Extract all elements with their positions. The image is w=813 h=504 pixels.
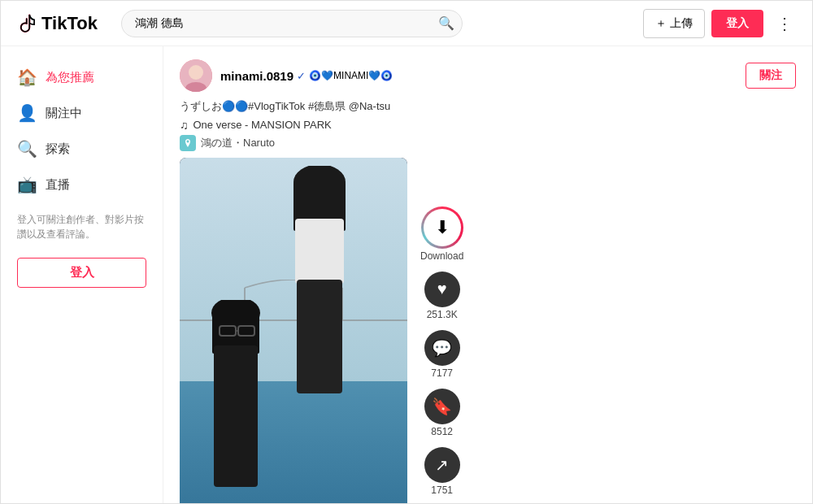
user-details: minami.0819 ✓ 🧿💙MINAMI💙🧿 (220, 69, 393, 83)
sidebar-label-explore: 探索 (46, 141, 70, 157)
location-icon (180, 135, 196, 151)
bookmark-button[interactable]: 🔖 (424, 389, 460, 424)
music-info: ♫ One verse - MANSION PARK (180, 119, 796, 132)
sidebar-label-live: 直播 (46, 177, 70, 193)
svg-point-1 (189, 65, 203, 80)
logo: TikTok (14, 12, 111, 35)
action-buttons-panel: ⬇ Download ♥ 251.3K 💬 (420, 158, 463, 504)
share-button[interactable]: ↗ (424, 447, 460, 483)
download-button[interactable]: ⬇ (421, 206, 463, 249)
plus-icon: ＋ (655, 16, 667, 31)
header: TikTok 🔍 ＋ 上傳 登入 ⋮ (1, 1, 812, 46)
like-count: 251.3K (427, 309, 458, 320)
sidebar-item-explore[interactable]: 🔍 探索 (1, 131, 163, 167)
content-area: minami.0819 ✓ 🧿💙MINAMI💙🧿 關注 うずしお🔵🔵#VlogT… (163, 46, 812, 504)
avatar (180, 59, 212, 92)
video-scene (180, 158, 407, 504)
sidebar-item-live[interactable]: 📺 直播 (1, 167, 163, 202)
like-group: ♥ 251.3K (424, 272, 460, 320)
explore-icon: 🔍 (17, 139, 37, 159)
more-options-button[interactable]: ⋮ (770, 11, 799, 37)
download-icon: ⬇ (435, 217, 450, 238)
username[interactable]: minami.0819 (220, 69, 293, 83)
share-count: 1751 (431, 484, 453, 496)
bookmark-group: 🔖 8512 (424, 389, 460, 437)
download-label: Download (420, 250, 463, 262)
svg-rect-9 (295, 219, 344, 284)
follow-button[interactable]: 關注 (746, 63, 796, 89)
following-icon: 👤 (17, 103, 37, 123)
comment-group: 💬 7177 (424, 330, 460, 379)
search-button[interactable]: 🔍 (438, 15, 454, 31)
svg-rect-10 (297, 280, 342, 393)
location-info: 鴻の道・Naruto (180, 135, 796, 151)
sidebar-label-for-you: 為您推薦 (46, 70, 94, 85)
video-section: 電腦王阿達 http://www.kocpc.com.tw ⬇ Download (180, 158, 796, 504)
like-button[interactable]: ♥ (424, 272, 460, 307)
sidebar-label-following: 關注中 (46, 106, 82, 121)
sidebar: 🏠 為您推薦 👤 關注中 🔍 探索 📺 直播 登入可關注創作者、對影片按讚以及查… (1, 46, 163, 504)
download-group: ⬇ Download (420, 206, 463, 262)
live-icon: 📺 (17, 175, 37, 194)
user-info-row: minami.0819 ✓ 🧿💙MINAMI💙🧿 關注 (180, 59, 796, 92)
home-icon: 🏠 (17, 67, 37, 87)
share-group: ↗ 1751 (424, 447, 460, 496)
main-layout: 🏠 為您推薦 👤 關注中 🔍 探索 📺 直播 登入可關注創作者、對影片按讚以及查… (1, 46, 812, 504)
header-login-button[interactable]: 登入 (711, 10, 763, 37)
logo-text: TikTok (41, 13, 98, 34)
tiktok-logo-icon (14, 12, 37, 35)
person2-svg (191, 300, 280, 487)
person1-svg (271, 166, 368, 393)
comment-count: 7177 (431, 367, 453, 379)
verified-badge: ✓ (297, 70, 306, 82)
svg-rect-17 (214, 345, 258, 487)
music-name: One verse - MANSION PARK (193, 119, 332, 131)
sidebar-login-button[interactable]: 登入 (17, 258, 146, 288)
sidebar-item-following[interactable]: 👤 關注中 (1, 95, 163, 131)
search-input[interactable] (121, 10, 463, 37)
music-note-icon: ♫ (180, 119, 189, 132)
sidebar-item-for-you[interactable]: 🏠 為您推薦 (1, 59, 163, 95)
search-bar: 🔍 (121, 10, 463, 37)
comment-button[interactable]: 💬 (424, 330, 460, 366)
upload-label: 上傳 (670, 16, 693, 31)
sidebar-login-prompt: 登入可關注創作者、對影片按讚以及查看評論。 (1, 202, 163, 251)
post-description: うずしお🔵🔵#VlogTikTok #徳島県 @Na-tsu (180, 98, 796, 115)
bookmark-count: 8512 (431, 426, 453, 437)
comment-icon: 💬 (432, 338, 452, 358)
share-icon: ↗ (435, 455, 449, 475)
bookmark-icon: 🔖 (432, 397, 452, 416)
username-icons: 🧿💙MINAMI💙🧿 (309, 70, 393, 81)
upload-button[interactable]: ＋ 上傳 (643, 9, 705, 38)
location-name: 鴻の道・Naruto (201, 136, 275, 150)
header-right: ＋ 上傳 登入 ⋮ (643, 9, 799, 38)
video-player[interactable]: 電腦王阿達 http://www.kocpc.com.tw (180, 158, 407, 504)
heart-icon: ♥ (437, 280, 447, 298)
